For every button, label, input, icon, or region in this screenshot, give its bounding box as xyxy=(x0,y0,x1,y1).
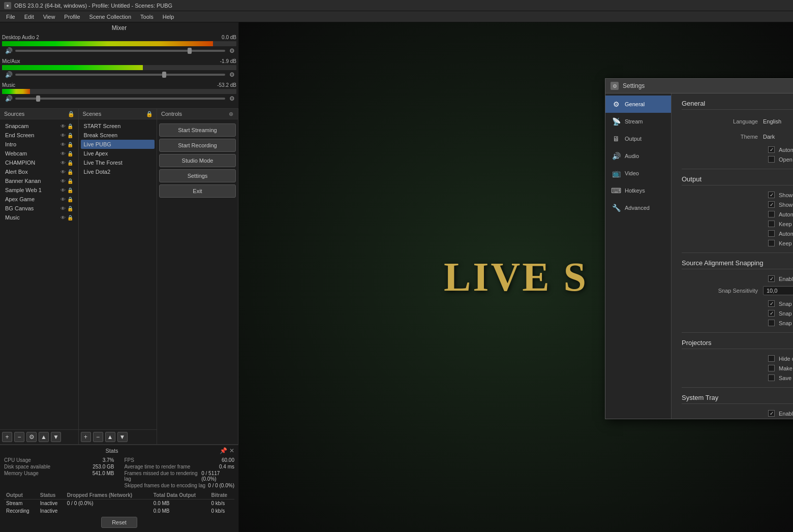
table-row: Stream Inactive 0 / 0 (0.0%) 0.0 MB 0 kb… xyxy=(4,499,234,508)
list-item[interactable]: End Screen 👁🔒 xyxy=(2,131,76,140)
menu-item-edit[interactable]: Edit xyxy=(20,13,38,21)
nav-label-hotkeys: Hotkeys xyxy=(625,187,645,194)
keep-recording-label: Keep recording when stream stops xyxy=(779,221,793,227)
mute-btn-1[interactable]: 🔊 xyxy=(4,46,13,55)
stats-title: Stats xyxy=(4,448,220,454)
scenes-list: START Screen Break Screen Live PUBG Live… xyxy=(79,119,157,429)
show-confirm-stop-checkbox[interactable] xyxy=(768,201,775,208)
nav-item-general[interactable]: ⚙ General xyxy=(605,96,671,113)
snap-other-checkbox[interactable] xyxy=(768,310,775,317)
list-item[interactable]: START Screen xyxy=(81,121,155,131)
list-item[interactable]: Webcam 👁🔒 xyxy=(2,149,76,158)
list-item[interactable]: Snapcam 👁🔒 xyxy=(2,121,76,131)
start-recording-button[interactable]: Start Recording xyxy=(159,139,236,152)
nav-item-output[interactable]: 🖥 Output xyxy=(605,130,671,147)
add-source-btn[interactable]: + xyxy=(2,432,12,442)
sources-lock-icon[interactable]: 🔒 xyxy=(68,111,74,117)
eye-icon: 👁 xyxy=(60,151,66,157)
list-item[interactable]: Live PUBG xyxy=(81,140,155,149)
stat-label-disk: Disk space available xyxy=(4,464,50,470)
always-top-checkbox[interactable] xyxy=(768,365,775,371)
settings-titlebar: ⚙ Settings xyxy=(605,79,793,93)
start-streaming-button[interactable]: Start Streaming xyxy=(159,123,236,137)
list-item[interactable]: Live Apex xyxy=(81,149,155,158)
auto-replay-checkbox[interactable] xyxy=(768,230,775,237)
settings-button[interactable]: Settings xyxy=(159,169,236,182)
nav-item-hotkeys[interactable]: ⌨ Hotkeys xyxy=(605,182,671,199)
general-icon: ⚙ xyxy=(612,100,621,109)
row-status-1: Inactive xyxy=(38,499,65,508)
nav-item-audio[interactable]: 🔊 Audio xyxy=(605,147,671,165)
snap-edge-checkbox[interactable] xyxy=(768,300,775,307)
exit-button[interactable]: Exit xyxy=(159,184,236,198)
nav-item-stream[interactable]: 📡 Stream xyxy=(605,113,671,130)
scenes-footer: + − ▲ ▼ xyxy=(79,429,157,444)
remove-scene-btn[interactable]: − xyxy=(93,432,103,442)
menu-item-file[interactable]: File xyxy=(2,13,19,21)
menu-item-profile[interactable]: Profile xyxy=(60,13,84,21)
open-stats-checkbox[interactable] xyxy=(768,156,775,163)
add-scene-btn[interactable]: + xyxy=(81,432,91,442)
mute-btn-2[interactable]: 🔊 xyxy=(4,70,13,79)
list-item[interactable]: Music 👁🔒 xyxy=(2,213,76,222)
keep-recording-checkbox[interactable] xyxy=(768,221,775,227)
keep-replay-checkbox[interactable] xyxy=(768,240,775,246)
list-item[interactable]: Break Screen xyxy=(81,131,155,140)
row-bitrate-2: 0 kb/s xyxy=(209,507,234,515)
menu-item-help[interactable]: Help xyxy=(159,13,178,21)
row-dropped-2 xyxy=(65,507,151,515)
volume-slider-2[interactable] xyxy=(15,74,225,76)
save-projectors-checkbox[interactable] xyxy=(768,374,775,381)
keep-recording-row: Keep recording when stream stops xyxy=(682,221,793,227)
auto-replay-label: Automatically start replay buffer when s… xyxy=(779,231,793,237)
list-item[interactable]: Apex Game 👁🔒 xyxy=(2,195,76,204)
stat-value-frames-skipped: 0 / 0 (0.0%) xyxy=(208,483,234,488)
list-item[interactable]: Intro 👁🔒 xyxy=(2,140,76,149)
move-scene-down-btn[interactable]: ▼ xyxy=(117,432,128,442)
scenes-lock-icon[interactable]: 🔒 xyxy=(146,111,152,117)
nav-item-advanced[interactable]: 🔧 Advanced xyxy=(605,199,671,216)
menu-item-view[interactable]: View xyxy=(39,13,59,21)
list-item[interactable]: BG Canvas 👁🔒 xyxy=(2,204,76,213)
volume-slider-3[interactable] xyxy=(15,98,225,100)
section-title-projectors: Projectors xyxy=(682,339,793,349)
settings-btn-2[interactable]: ⚙ xyxy=(227,70,236,79)
settings-content: General Language English Theme Dark A xyxy=(672,93,793,419)
stats-pin-icon[interactable]: 📌 xyxy=(220,447,227,454)
tray-enable-checkbox[interactable] xyxy=(768,410,775,417)
studio-mode-button[interactable]: Studio Mode xyxy=(159,154,236,167)
snap-center-checkbox[interactable] xyxy=(768,320,775,326)
volume-slider-1[interactable] xyxy=(15,50,225,52)
stats-panel: Stats 📌 ✕ CPU Usage3.7% FPS60.00 Disk sp… xyxy=(0,445,238,532)
snap-enable-checkbox[interactable] xyxy=(768,275,775,282)
menu-item-scene collection[interactable]: Scene Collection xyxy=(85,13,136,21)
nav-item-video[interactable]: 📺 Video xyxy=(605,165,671,182)
always-top-row: Make projectors always on top xyxy=(682,365,793,371)
list-item[interactable]: Sample Web 1 👁🔒 xyxy=(2,185,76,195)
snap-sensitivity-input[interactable] xyxy=(763,286,793,295)
channel-db-2: -1.9 dB xyxy=(216,58,236,64)
list-item[interactable]: CHAMPION 👁🔒 xyxy=(2,158,76,167)
auto-record-checkbox[interactable] xyxy=(768,211,775,217)
move-scene-up-btn[interactable]: ▲ xyxy=(105,432,115,442)
theme-row: Theme Dark xyxy=(682,131,793,142)
list-item[interactable]: Banner Kanan 👁🔒 xyxy=(2,176,76,185)
show-confirm-start-checkbox[interactable] xyxy=(768,192,775,198)
auto-check-checkbox[interactable] xyxy=(768,146,775,153)
menu-item-tools[interactable]: Tools xyxy=(136,13,158,21)
settings-btn-3[interactable]: ⚙ xyxy=(227,94,236,103)
col-bitrate: Bitrate xyxy=(209,491,234,499)
list-item[interactable]: Live Dota2 xyxy=(81,167,155,176)
stats-close-icon[interactable]: ✕ xyxy=(229,447,234,454)
remove-source-btn[interactable]: − xyxy=(14,432,24,442)
source-settings-btn[interactable]: ⚙ xyxy=(26,432,37,442)
move-source-down-btn[interactable]: ▼ xyxy=(51,432,61,442)
settings-btn-1[interactable]: ⚙ xyxy=(227,46,236,55)
list-item[interactable]: Live The Forest xyxy=(81,158,155,167)
move-source-up-btn[interactable]: ▲ xyxy=(39,432,49,442)
list-item[interactable]: Alert Box 👁🔒 xyxy=(2,167,76,176)
mute-btn-3[interactable]: 🔊 xyxy=(4,94,13,103)
hide-cursor-checkbox[interactable] xyxy=(768,355,775,362)
reset-button[interactable]: Reset xyxy=(101,517,137,528)
language-value: English xyxy=(763,118,781,124)
